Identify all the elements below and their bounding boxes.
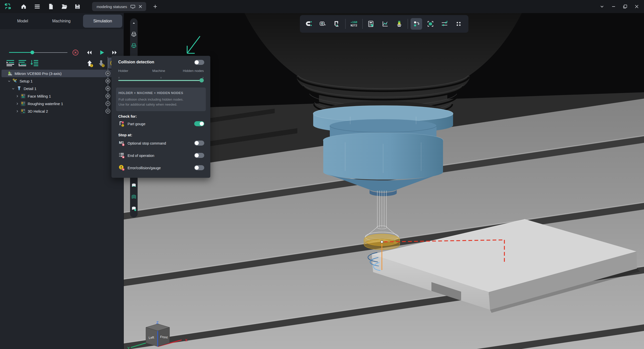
tab-simulation[interactable]: Simulation (83, 15, 122, 28)
end-of-operation-label: End of operation (128, 154, 154, 158)
analytics-chart-button[interactable] (379, 18, 391, 30)
tree-item-label: Setup 1 (20, 79, 33, 83)
setup-icon (13, 78, 18, 83)
tree-item-label: Roughing waterline 1 (28, 102, 63, 106)
tool-heatmap-icon (396, 20, 403, 27)
new-file-button[interactable] (45, 1, 56, 12)
save-icon (74, 3, 81, 10)
tree-item-detail[interactable]: Detail 1 (0, 85, 113, 92)
helical-operation-icon (21, 109, 26, 114)
tree-item-roughing-waterline[interactable]: Roughing waterline 1 (0, 100, 113, 107)
collision-level-slider-knob[interactable] (199, 78, 204, 82)
new-tab-button[interactable] (150, 1, 161, 12)
document-tab[interactable]: modeling statuses (92, 2, 146, 11)
tree-item-3d-helical[interactable]: 3D Helical 2 (0, 107, 113, 115)
snap-button[interactable] (303, 18, 314, 30)
caliper-button[interactable] (331, 18, 343, 30)
level-holder-label[interactable]: Holder (118, 69, 128, 73)
chevron-collapsed-icon[interactable] (15, 102, 19, 106)
machine-housing-toggle[interactable] (131, 31, 137, 37)
popup-title: Collision detection (118, 60, 154, 64)
tree-item-label: Mikron VCE600 Pro (3-axis) (15, 71, 62, 76)
close-tab-icon[interactable] (138, 4, 143, 9)
compare-nodes-button[interactable] (411, 18, 422, 30)
restore-icon (623, 4, 628, 9)
display-filters-button[interactable] (439, 18, 450, 30)
status-indicator[interactable] (105, 78, 111, 84)
close-icon (634, 4, 639, 9)
measure-distance-button[interactable] (317, 18, 329, 30)
level-machine-label[interactable]: Machine (149, 69, 169, 73)
info-title: HOLDER + MACHINE + HIDDEN NODES (118, 91, 183, 95)
part-gouge-toggle[interactable] (194, 121, 204, 126)
tab-model[interactable]: Model (4, 15, 41, 28)
view-cube-face-left[interactable]: Left (148, 335, 154, 340)
machine-solid-view-icon (427, 20, 434, 27)
chevron-collapsed-icon[interactable] (15, 94, 19, 98)
end-of-operation-toggle[interactable] (194, 153, 204, 158)
stock-solid-toggle[interactable] (131, 183, 137, 188)
monitor-icon (130, 4, 136, 9)
window-expand-button[interactable] (596, 1, 608, 12)
apps-grid-icon (455, 20, 462, 27)
app-logo-icon[interactable] (4, 2, 12, 11)
main-menu-button[interactable] (32, 1, 43, 12)
slider-tick (203, 77, 203, 78)
playback-slider-fill (9, 52, 32, 53)
tree-item-machine[interactable]: Mikron VCE600 Pro (3-axis) (2, 70, 112, 77)
window-close-button[interactable] (631, 1, 642, 12)
status-indicator[interactable] (105, 71, 111, 76)
tree-item-setup[interactable]: Setup 1 (0, 77, 113, 85)
triangle-up-icon (132, 21, 136, 25)
collision-detection-toggle[interactable] (194, 60, 204, 65)
end-of-operation-icon (118, 152, 125, 159)
chevron-expanded-icon[interactable] (11, 86, 15, 91)
minimize-icon (611, 4, 616, 9)
magnet-snap-icon (305, 20, 312, 27)
svg-text:!: ! (123, 124, 123, 127)
optional-stop-label: Optional stop command (128, 141, 166, 145)
tab-simulation-label: Simulation (93, 19, 112, 23)
save-button[interactable] (72, 1, 83, 12)
filters-sliders-icon (441, 20, 448, 27)
view-cube-face-front[interactable]: Front (160, 335, 168, 339)
tool-deflection-button[interactable] (393, 18, 405, 30)
calculator-button[interactable] (365, 18, 377, 30)
machine-housing-active-toggle[interactable] (131, 43, 137, 48)
status-indicator[interactable] (105, 86, 111, 91)
open-file-button[interactable] (59, 1, 70, 12)
apps-grid-button[interactable] (453, 18, 464, 30)
window-minimize-button[interactable] (608, 1, 619, 12)
stock-solid-icon (131, 183, 137, 188)
chart-icon (382, 20, 389, 27)
optional-stop-icon: M1 (118, 140, 125, 146)
status-indicator[interactable] (105, 101, 111, 106)
chevron-expanded-icon[interactable] (7, 79, 11, 83)
window-maximize-button[interactable] (619, 1, 631, 12)
optional-stop-toggle[interactable] (194, 141, 204, 146)
goto-command-button[interactable]: →1GO N2T2 (348, 18, 360, 30)
stock-wireframe-toggle[interactable] (131, 194, 137, 200)
collapse-strip-button[interactable] (131, 20, 137, 26)
machine-tree-icon (8, 71, 13, 76)
error-collision-toggle[interactable] (194, 165, 204, 170)
tree-item-label: 3D Helical 2 (28, 109, 48, 113)
chevron-collapsed-icon[interactable] (15, 109, 19, 113)
stock-result-toggle[interactable] (131, 206, 137, 211)
machine-solid-view-button[interactable] (425, 18, 436, 30)
tree-item-face-milling[interactable]: Face Milling 1 (0, 92, 113, 100)
compare-nodes-icon (413, 20, 420, 27)
stock-result-icon (131, 206, 137, 211)
sidebar-tabs: Model Machining Simulation (0, 13, 124, 29)
level-hidden-nodes-label[interactable]: Hidden nodes (183, 69, 204, 73)
caliper-icon (333, 20, 340, 27)
collision-level-slider[interactable] (118, 80, 204, 81)
status-indicator[interactable] (105, 93, 111, 99)
status-indicator[interactable] (105, 108, 111, 114)
check-for-heading: Check for: (118, 114, 137, 118)
toolbar-divider (408, 19, 408, 29)
tab-machining[interactable]: Machining (42, 15, 80, 28)
stop-at-heading: Stop at: (118, 133, 132, 137)
home-button[interactable] (18, 1, 29, 12)
app-window: modeling statuses Model Machining Simula… (0, 0, 644, 349)
